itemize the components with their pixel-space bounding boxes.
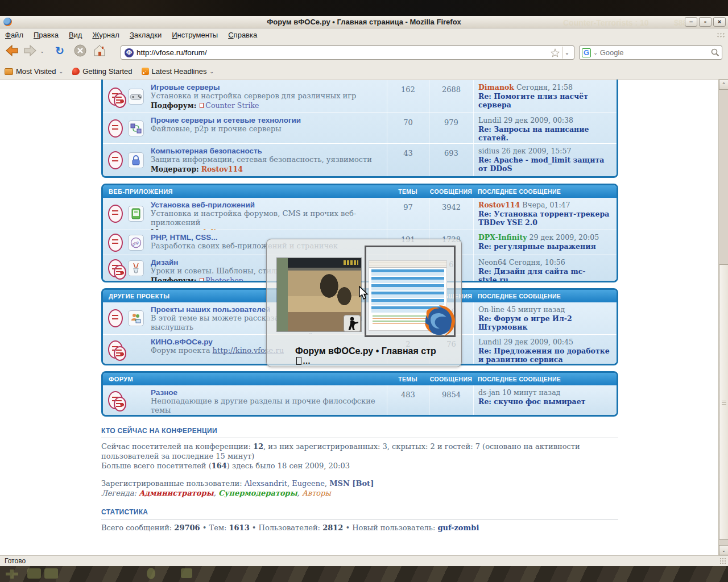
url-input[interactable]	[136, 48, 551, 57]
subforum-label: Подфорум:	[151, 101, 196, 110]
subforum-link[interactable]: Counter Strike	[205, 101, 259, 110]
last-post-link[interactable]: Re: скучно фос вымирает	[478, 397, 614, 406]
rss-icon	[142, 68, 149, 75]
search-engine-dropdown-icon[interactable]: ⌄	[591, 50, 600, 56]
last-post-date: 29 дек 2009, 00:45	[503, 338, 573, 346]
last-post-link[interactable]: Re: Дизайн для сайта mc-style.ru	[478, 267, 614, 282]
user-link[interactable]: MSN [Bot]	[329, 479, 374, 488]
last-post-date: 26 дек 2009, 15:57	[502, 147, 572, 155]
last-post-user[interactable]: On-line	[478, 305, 504, 314]
titlebar[interactable]: Counter-Terrorists : 10 $8835 Форум вФОС…	[0, 16, 728, 28]
record-text: ) здесь было 18 сен 2009, 20:03	[227, 462, 350, 470]
reload-button[interactable]: ↻	[52, 44, 67, 59]
forum-link[interactable]: Игровые серверы	[151, 83, 383, 92]
separator: ,	[325, 479, 329, 488]
cs-hud-icon	[44, 568, 58, 579]
bookmark-most-visited[interactable]: Most Visited ⌄	[5, 67, 63, 76]
last-post-user[interactable]: Neon64	[478, 258, 507, 267]
posts-count: 3942	[429, 198, 473, 230]
forum-section-misc: ФОРУМ ТЕМЫ СООБЩЕНИЯ ПОСЛЕДНЕЕ СООБЩЕНИЕ…	[101, 371, 618, 417]
posts-count: 2688	[429, 80, 473, 113]
forum-row: Прочие серверы и сетевые технологии Файл…	[103, 113, 617, 143]
back-button[interactable]	[5, 44, 19, 59]
forum-row: Игровые серверы Установка и настройка се…	[103, 80, 617, 113]
forum-link[interactable]: Прочие серверы и сетевые технологии	[151, 116, 383, 124]
scrollbar-thumb[interactable]	[719, 264, 728, 540]
brushes-icon	[128, 260, 144, 276]
last-post-link[interactable]: Re: Запросы на написание статей.	[478, 125, 614, 142]
menu-rest: правка	[234, 31, 258, 39]
php-icon: php	[128, 235, 144, 251]
menu-help[interactable]: Справка	[223, 30, 262, 40]
vertical-scrollbar[interactable]: ⌃ ⌄	[718, 80, 728, 555]
forum-row: Разное Непопадающие в другие разделы и п…	[103, 385, 617, 415]
last-post-user[interactable]: Rostov114	[478, 201, 520, 209]
google-logo-icon: G	[582, 48, 591, 57]
minimize-button[interactable]: –	[685, 17, 697, 27]
menu-view[interactable]: Вид	[64, 30, 88, 40]
legend-admins-link[interactable]: Администраторы	[139, 489, 214, 497]
forum-desc: Файловые, p2p и прочие серверы	[151, 124, 383, 134]
stop-icon	[74, 44, 86, 57]
last-post-user[interactable]: Lundil	[478, 338, 501, 346]
last-post-user[interactable]: ds-jan	[478, 388, 500, 397]
subforum-label: Подфорум:	[151, 276, 196, 281]
bookmark-label: Getting Started	[82, 67, 132, 76]
bookmark-getting-started[interactable]: Getting Started	[72, 67, 132, 76]
url-bar[interactable]: Ф ⌄	[121, 45, 574, 60]
menu-file[interactable]: Файл	[0, 30, 28, 40]
forum-desc: Установка и настройка форумов, CMS и про…	[151, 209, 383, 227]
menu-bookmarks[interactable]: Закладки	[125, 30, 167, 40]
last-post-user[interactable]: Lundil	[478, 116, 501, 124]
menu-history[interactable]: Журнал	[87, 30, 124, 40]
user-link[interactable]: Alexsandrit	[245, 479, 287, 488]
legend-supermods-link[interactable]: Супермодераторы	[218, 489, 297, 497]
subforum-link[interactable]: Photoshop	[205, 276, 243, 281]
moderator-link[interactable]: Rostov114	[201, 165, 243, 173]
menu-tools[interactable]: Инструменты	[167, 30, 223, 40]
menu-edit[interactable]: Правка	[28, 30, 64, 40]
package-icon	[128, 206, 144, 222]
resize-grip[interactable]	[719, 558, 727, 565]
statistics-heading: СТАТИСТИКА	[101, 508, 618, 516]
last-post-link[interactable]: Re: Установка торрент-трекера TBDev YSE …	[478, 210, 614, 227]
last-post-link[interactable]: Re: Помогите плиз насчёт сервера	[478, 92, 614, 109]
last-post-user[interactable]: DPX-Infinity	[478, 233, 527, 242]
last-post-link[interactable]: Re: Форум о игре Ил-2 Штурмовик	[478, 314, 614, 331]
search-input[interactable]	[600, 48, 711, 57]
history-dropdown[interactable]: ⌄	[38, 44, 47, 59]
last-post-user[interactable]: sidius	[478, 147, 499, 155]
window-title: Форум вФОСе.ру • Главная страница - Mozi…	[0, 18, 728, 26]
last-post-link[interactable]: Re: регулярные выражения	[478, 242, 614, 251]
forward-button[interactable]	[23, 44, 38, 59]
last-post-link[interactable]: Re: Apache - mod_limit защита от DDoS	[478, 156, 614, 173]
last-post-user[interactable]: Dimanok	[478, 83, 514, 92]
page-viewport: Установка и настройка веб-серверов и сер…	[0, 80, 728, 555]
last-post-date: Сегодня, 21:58	[516, 83, 573, 92]
scroll-down-button[interactable]: ⌄	[719, 545, 728, 555]
user-link[interactable]: Eugeene	[292, 479, 325, 488]
menu-rest: нструменты	[177, 31, 218, 39]
search-magnifier-icon[interactable]	[711, 48, 719, 57]
forum-link[interactable]: Компьютерная безопасность	[151, 147, 383, 155]
legend-authors-link[interactable]: Авторы	[302, 489, 331, 497]
maximize-button[interactable]: ▫	[699, 17, 712, 27]
forum-link[interactable]: Разное	[151, 388, 383, 397]
newest-user-link[interactable]: guf-zombi	[437, 523, 479, 532]
menu-bar: Файл Правка Вид Журнал Закладки Инструме…	[0, 28, 728, 41]
scroll-up-button[interactable]: ⌃	[719, 80, 728, 90]
home-button[interactable]	[92, 44, 107, 59]
forum-status-icon	[103, 302, 128, 334]
url-dropdown-icon[interactable]: ⌄	[562, 47, 572, 59]
topics-count: 483	[387, 385, 429, 415]
search-bar[interactable]: G ⌄	[579, 45, 722, 60]
moderator-link[interactable]: doliar	[201, 228, 225, 230]
close-button[interactable]: ×	[713, 17, 726, 27]
bookmark-star-icon[interactable]	[551, 48, 560, 57]
menu-accel: Ж	[92, 31, 99, 39]
bookmark-latest-headlines[interactable]: Latest Headlines ⌄	[142, 67, 214, 76]
menu-accel: Ф	[5, 31, 11, 39]
last-post-link[interactable]: Re: Предложения по доработке и развитию …	[478, 347, 614, 364]
stop-button[interactable]	[73, 44, 88, 59]
forum-link[interactable]: Установка веб-приложений	[151, 201, 383, 209]
